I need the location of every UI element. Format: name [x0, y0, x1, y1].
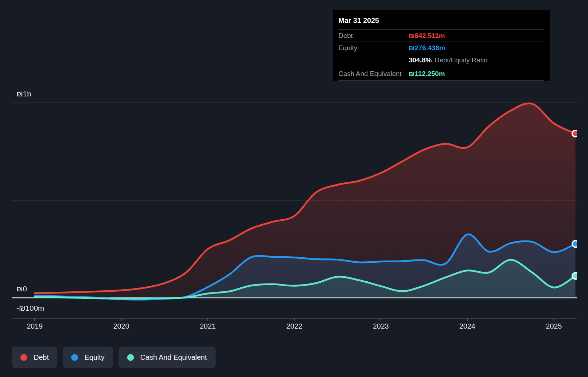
x-axis-label-2023: 2023 [373, 322, 389, 330]
tooltip-ratio: 304.8%Debt/Equity Ratio [409, 56, 487, 64]
legend-item-equity[interactable]: Equity [63, 347, 113, 368]
x-axis-label-2019: 2019 [27, 322, 43, 330]
y-axis-label: -₪100m [16, 304, 44, 312]
x-axis-label-2024: 2024 [459, 322, 476, 330]
cash-endpoint-marker [572, 273, 579, 279]
tooltip-row-ratio: 304.8%Debt/Equity Ratio [338, 54, 544, 67]
tooltip-date: Mar 31 2025 [338, 10, 544, 29]
legend-item-cash[interactable]: Cash And Equivalent [119, 347, 216, 368]
equity-endpoint-marker [572, 241, 579, 247]
tooltip-equity-value: ₪276.438m [409, 44, 445, 52]
chart-tooltip: Mar 31 2025 Debt ₪842.511m Equity ₪276.4… [333, 10, 550, 81]
legend-dot-equity [71, 354, 78, 361]
legend-label-cash: Cash And Equivalent [140, 353, 207, 362]
x-axis-label-2025: 2025 [546, 322, 562, 330]
x-axis-label-2020: 2020 [113, 322, 129, 330]
y-axis-label: ₪1b [16, 90, 31, 98]
tooltip-debt-value: ₪842.511m [409, 32, 445, 40]
legend-item-debt[interactable]: Debt [12, 347, 57, 368]
legend-dot-debt [20, 354, 27, 361]
tooltip-row-equity: Equity ₪276.438m [338, 42, 544, 54]
tooltip-ratio-label: Debt/Equity Ratio [434, 56, 487, 64]
tooltip-row-cash: Cash And Equivalent ₪112.250m [338, 67, 544, 81]
legend-dot-cash [127, 354, 134, 361]
x-axis-label-2022: 2022 [286, 322, 303, 330]
tooltip-row-debt: Debt ₪842.511m [338, 29, 544, 42]
tooltip-ratio-value: 304.8% [409, 56, 432, 64]
tooltip-cash-label: Cash And Equivalent [338, 70, 409, 78]
chart-legend: DebtEquityCash And Equivalent [12, 347, 216, 368]
legend-label-debt: Debt [34, 353, 49, 362]
chart-page: { "colors": { "background": "#161b24", "… [0, 0, 588, 377]
debt-endpoint-marker [572, 130, 579, 137]
tooltip-cash-value: ₪112.250m [409, 70, 445, 78]
legend-label-equity: Equity [85, 353, 105, 362]
tooltip-equity-label: Equity [338, 44, 409, 52]
x-axis-label-2021: 2021 [200, 322, 216, 330]
y-axis-label: ₪0 [16, 285, 27, 293]
tooltip-debt-label: Debt [338, 32, 409, 40]
